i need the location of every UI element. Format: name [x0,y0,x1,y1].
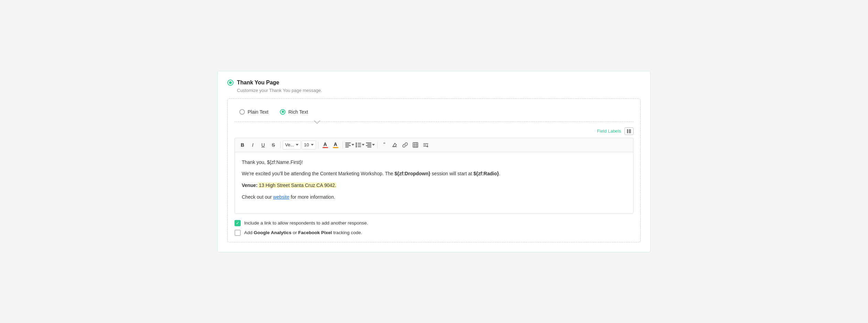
svg-rect-0 [627,129,628,133]
list-chevron [362,144,365,146]
venue-address: 13 High Street Santa Cruz CA 9042. [258,183,336,188]
eraser-icon [392,142,398,148]
toolbar-sep-1 [280,142,281,148]
indent-icon [366,143,371,147]
svg-point-9 [356,144,357,146]
underline-button[interactable]: U [258,140,268,150]
field-labels-row: Field Labels [235,127,633,135]
add-response-checkbox[interactable] [235,220,241,226]
link-button[interactable] [400,140,410,150]
strikethrough-button[interactable]: S [269,140,278,150]
font-size-value: 10 [304,142,309,147]
align-button[interactable] [345,140,355,150]
thank-you-page-card: Thank You Page Customize your Thank You … [217,71,651,252]
text-color-button[interactable]: A [321,140,330,150]
bg-color-button[interactable]: A [331,140,340,150]
table-button[interactable] [411,140,420,150]
clear-format-button[interactable] [390,140,400,150]
font-family-chevron [296,144,299,146]
token-radio: ${zf:Radio} [474,171,499,176]
editor-text-4a: Check out our [242,194,273,200]
font-size-chevron [311,144,314,146]
svg-rect-3 [345,143,351,143]
add-response-label: Include a link to allow respondents to a… [244,220,368,226]
tab-rich-text[interactable]: Rich Text [275,106,315,118]
section-subtitle: Customize your Thank You page message. [237,88,641,93]
font-family-value: Ve... [285,142,294,147]
website-link[interactable]: website [273,194,289,200]
section-title: Thank You Page [237,80,279,86]
toolbar-sep-3 [343,142,343,148]
editor-text-2c: . [499,171,500,176]
field-labels-button[interactable]: Field Labels [597,128,621,134]
tab-row: Plain Text Rich Text [235,106,633,118]
tab-plain-text[interactable]: Plain Text [235,106,275,118]
editor-text-1: Thank you, ${zf:Name.First}! [242,159,303,165]
checkbox-row-1: Include a link to allow respondents to a… [235,220,633,226]
special-chars-button[interactable] [421,140,431,150]
token-dropdown: ${zf:Dropdown} [394,171,430,176]
svg-rect-2 [631,129,631,133]
svg-rect-12 [358,146,361,147]
bg-color-bar [333,147,338,148]
bold-button[interactable]: B [238,140,247,150]
analytics-label: Add Google Analytics or Facebook Pixel t… [244,230,362,235]
analytics-post: tracking code. [332,230,362,235]
editor-text-2b: session will start at [430,171,473,176]
plain-text-label: Plain Text [248,109,268,115]
analytics-or: or [292,230,299,235]
editor-toolbar: B I U S Ve... 10 A A [235,138,633,152]
bg-color-a: A [334,142,337,147]
svg-rect-10 [358,145,361,145]
tab-divider [235,122,633,122]
svg-point-7 [356,143,357,144]
list-icon [356,143,361,147]
svg-rect-14 [367,144,371,145]
special-chars-icon [423,142,428,148]
rich-text-radio[interactable] [280,109,285,115]
align-chevron [351,144,354,146]
plain-text-radio[interactable] [239,109,245,115]
editor-text-2a: We're excited you'll be attending the Co… [242,171,394,176]
svg-rect-6 [345,147,349,147]
editor-text-4b: for more information. [290,194,335,200]
toolbar-sep-2 [318,142,318,148]
content-container: Plain Text Rich Text Field Labels B [227,98,641,242]
analytics-pre: Add [244,230,254,235]
svg-rect-5 [345,145,351,146]
text-color-bar [323,147,328,148]
svg-point-11 [356,146,357,147]
checkbox-row-2: Add Google Analytics or Facebook Pixel t… [235,230,633,236]
toolbar-sep-4 [377,142,378,148]
link-icon [402,142,408,148]
svg-rect-16 [367,147,371,147]
italic-button[interactable]: I [248,140,258,150]
editor-content[interactable]: Thank you, ${zf:Name.First}! We're excit… [235,152,633,214]
columns-icon [627,129,631,134]
text-color-a: A [323,142,327,147]
google-analytics-text: Google Analytics [254,230,292,235]
facebook-pixel-text: Facebook Pixel [298,230,332,235]
list-button[interactable] [355,140,365,150]
font-size-dropdown[interactable]: 10 [302,140,316,149]
venue-label: Venue: [242,183,258,188]
svg-rect-18 [413,143,418,147]
editor-line-1: Thank you, ${zf:Name.First}! [242,158,626,167]
indent-chevron [372,144,375,146]
indent-button[interactable] [366,140,375,150]
field-labels-icon[interactable] [625,127,633,135]
svg-rect-13 [366,143,371,143]
section-header: Thank You Page [227,80,641,86]
svg-rect-4 [345,144,349,145]
editor-line-4: Check out our website for more informati… [242,193,626,201]
rich-text-label: Rich Text [288,109,308,115]
table-icon [413,142,418,148]
editor-line-3: Venue: 13 High Street Santa Cruz CA 9042… [242,181,626,190]
blockquote-button[interactable]: " [380,140,389,150]
font-family-dropdown[interactable]: Ve... [283,140,301,149]
section-radio[interactable] [227,80,234,86]
align-icon [345,143,351,147]
editor-line-2: We're excited you'll be attending the Co… [242,170,626,178]
svg-rect-8 [358,143,361,144]
analytics-checkbox[interactable] [235,230,241,236]
